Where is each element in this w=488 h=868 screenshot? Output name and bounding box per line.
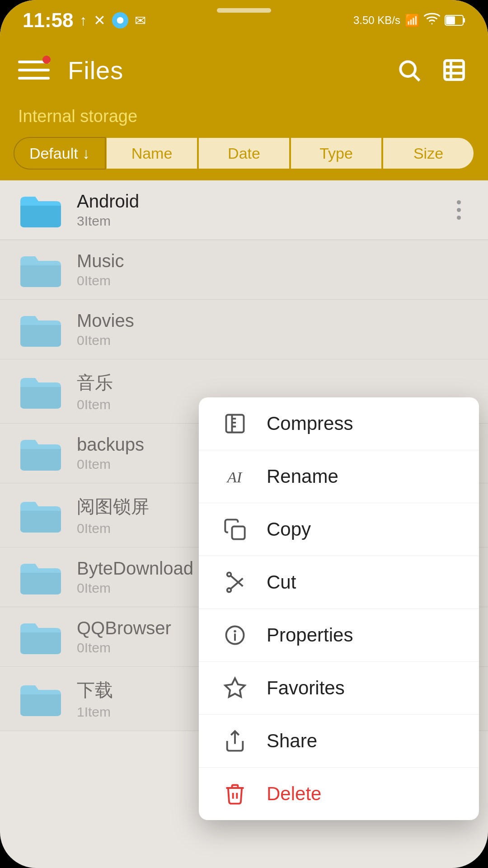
edit-button[interactable] bbox=[438, 54, 470, 86]
file-name: Movies bbox=[77, 311, 470, 331]
folder-icon bbox=[18, 311, 63, 348]
bluetooth-icon: ✕ bbox=[94, 12, 106, 29]
svg-rect-3 bbox=[446, 16, 455, 24]
menu-item-rename[interactable]: AI Rename bbox=[199, 450, 479, 503]
menu-item-compress[interactable]: Compress bbox=[199, 397, 479, 450]
menu-bar-2 bbox=[18, 69, 50, 71]
context-menu: Compress AI Rename Cop bbox=[199, 397, 479, 820]
speed-label: 3.50 KB/s bbox=[353, 14, 400, 27]
info-icon bbox=[221, 622, 249, 649]
svg-point-17 bbox=[227, 588, 231, 592]
share-label: Share bbox=[267, 730, 317, 752]
sort-tab-type[interactable]: Type bbox=[290, 137, 382, 170]
file-item-android[interactable]: Android 3Item bbox=[0, 180, 488, 240]
svg-rect-2 bbox=[463, 18, 465, 23]
share-icon bbox=[221, 727, 249, 755]
file-info-music: Music 0Item bbox=[77, 251, 470, 288]
folder-icon bbox=[18, 497, 63, 533]
notification-dot bbox=[42, 56, 51, 64]
svg-point-0 bbox=[117, 17, 123, 24]
phone-frame: 11:58 ↑ ✕ ✉ 3.50 KB/s 📶 bbox=[0, 0, 488, 868]
status-left: 11:58 ↑ ✕ ✉ bbox=[23, 9, 146, 32]
file-item-movies[interactable]: Movies 0Item bbox=[0, 300, 488, 359]
copy-label: Copy bbox=[267, 519, 311, 540]
svg-text:AI: AI bbox=[226, 468, 243, 486]
wifi-icon bbox=[424, 11, 440, 30]
cut-label: Cut bbox=[267, 571, 296, 593]
properties-label: Properties bbox=[267, 624, 353, 646]
favorites-label: Favorites bbox=[267, 677, 345, 699]
file-name: 音乐 bbox=[77, 370, 470, 395]
sort-tab-size[interactable]: Size bbox=[382, 137, 474, 170]
svg-line-20 bbox=[231, 576, 243, 586]
menu-item-share[interactable]: Share bbox=[199, 715, 479, 768]
file-info-android: Android 3Item bbox=[77, 191, 434, 229]
file-count: 0Item bbox=[77, 273, 470, 288]
file-name: Music bbox=[77, 251, 470, 271]
compress-icon bbox=[221, 410, 249, 437]
folder-icon bbox=[18, 192, 63, 228]
signal-icon: 📶 bbox=[405, 14, 419, 28]
status-time: 11:58 bbox=[23, 9, 74, 32]
file-name: Android bbox=[77, 191, 434, 212]
menu-button[interactable] bbox=[18, 52, 54, 88]
section-label: Internal storage bbox=[0, 99, 488, 137]
menu-item-delete[interactable]: Delete bbox=[199, 768, 479, 820]
delete-label: Delete bbox=[267, 783, 321, 805]
scroll-pill bbox=[217, 8, 271, 13]
folder-icon bbox=[18, 252, 63, 288]
dot bbox=[457, 200, 461, 204]
folder-icon bbox=[18, 559, 63, 595]
menu-item-properties[interactable]: Properties bbox=[199, 609, 479, 662]
search-button[interactable] bbox=[393, 54, 425, 86]
svg-marker-24 bbox=[225, 678, 244, 697]
folder-icon bbox=[18, 373, 63, 410]
menu-item-cut[interactable]: Cut bbox=[199, 556, 479, 609]
folder-icon bbox=[18, 681, 63, 717]
content-wrapper: Android 3Item Music 0Item bbox=[0, 180, 488, 868]
dot bbox=[457, 208, 461, 212]
star-icon bbox=[221, 675, 249, 702]
svg-rect-16 bbox=[232, 527, 245, 539]
rename-label: Rename bbox=[267, 466, 338, 487]
app-icon-blue bbox=[112, 12, 128, 28]
more-button-android[interactable] bbox=[447, 197, 470, 224]
rename-icon: AI bbox=[221, 463, 249, 490]
mail-icon: ✉ bbox=[135, 13, 146, 28]
svg-rect-10 bbox=[226, 415, 244, 433]
copy-icon bbox=[221, 516, 249, 543]
file-count: 3Item bbox=[77, 213, 434, 229]
dot bbox=[457, 216, 461, 220]
svg-point-18 bbox=[227, 572, 231, 576]
sort-tabs: Default ↓ Name Date Type Size bbox=[0, 137, 488, 180]
svg-line-5 bbox=[414, 75, 420, 81]
sort-tab-date[interactable]: Date bbox=[198, 137, 290, 170]
app-header: Files bbox=[0, 41, 488, 99]
menu-item-copy[interactable]: Copy bbox=[199, 503, 479, 556]
svg-point-4 bbox=[400, 61, 415, 76]
header-actions bbox=[393, 54, 470, 86]
cut-icon bbox=[221, 569, 249, 596]
menu-bar-3 bbox=[18, 77, 50, 80]
header-title: Files bbox=[68, 56, 380, 85]
battery-icon bbox=[445, 14, 465, 27]
menu-item-favorites[interactable]: Favorites bbox=[199, 662, 479, 715]
sort-tab-default[interactable]: Default ↓ bbox=[14, 137, 106, 170]
status-right: 3.50 KB/s 📶 bbox=[353, 11, 465, 30]
folder-icon bbox=[18, 435, 63, 472]
file-item-music[interactable]: Music 0Item bbox=[0, 240, 488, 300]
file-info-movies: Movies 0Item bbox=[77, 311, 470, 348]
file-count: 0Item bbox=[77, 333, 470, 348]
compress-label: Compress bbox=[267, 413, 353, 434]
status-bar: 11:58 ↑ ✕ ✉ 3.50 KB/s 📶 bbox=[0, 0, 488, 41]
sort-tab-name[interactable]: Name bbox=[106, 137, 198, 170]
upload-icon: ↑ bbox=[80, 12, 87, 29]
folder-icon bbox=[18, 619, 63, 655]
svg-line-19 bbox=[231, 578, 243, 588]
trash-icon bbox=[221, 780, 249, 807]
svg-rect-6 bbox=[445, 61, 464, 80]
